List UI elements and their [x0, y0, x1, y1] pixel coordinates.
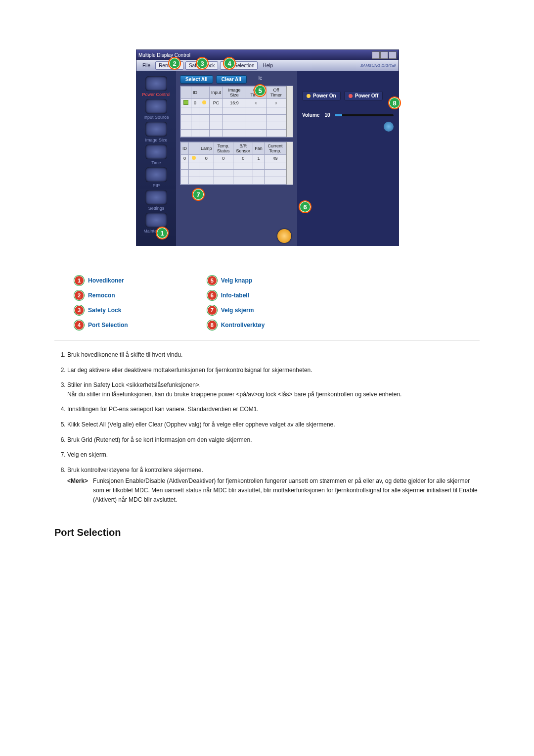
- status-dot-icon: [192, 156, 196, 160]
- callout-1: 1: [156, 227, 169, 239]
- pip-icon[interactable]: [145, 167, 167, 182]
- callout-2: 2: [168, 57, 181, 70]
- power-off-button[interactable]: Power Off: [344, 91, 383, 100]
- select-all-button[interactable]: Select All: [180, 75, 213, 84]
- list-item: Innstillingen for PC-ens serieport kan v…: [67, 405, 480, 414]
- sidebar-item-power[interactable]: Power Control: [136, 92, 176, 97]
- list-item: Stiller inn Safety Lock <sikkerhetslåsef…: [67, 380, 480, 399]
- scrollbar[interactable]: [286, 142, 293, 185]
- list-item: Klikk Select All (Velg alle) eller Clear…: [67, 420, 480, 429]
- menu-file[interactable]: File: [139, 62, 153, 69]
- control-panel: Power On Power Off Volume 10: [297, 71, 399, 246]
- maintenance-icon[interactable]: [145, 213, 167, 228]
- legend-1: Hovedikoner: [88, 277, 124, 284]
- power-off-dot-icon: [349, 94, 353, 98]
- power-on-button[interactable]: Power On: [302, 91, 341, 100]
- brand-text: SAMSUNG DIGITall: [360, 63, 396, 68]
- instruction-list: Bruk hovedikonene til å skifte til hvert…: [54, 350, 480, 504]
- app-window: Multiple Display Control File Remocon Sa…: [136, 49, 399, 246]
- note-block: <Merk> Funksjonen Enable/Disable (Aktive…: [67, 476, 480, 504]
- power-on-dot-icon: [307, 94, 311, 98]
- sidebar-item-imgsize[interactable]: Image Size: [136, 138, 176, 142]
- list-item: Bruk Grid (Rutenett) for å se kort infor…: [67, 435, 480, 445]
- main-panel: Select All Clear All le ID Input Image S…: [176, 71, 297, 246]
- display-grid[interactable]: ID Input Image Size On Timer Off Timer 0: [180, 86, 293, 138]
- info-label: le: [259, 75, 263, 84]
- legend-4: Port Selection: [88, 322, 128, 329]
- callout-3: 3: [196, 57, 209, 70]
- power-control-icon[interactable]: [145, 76, 167, 91]
- callout-5: 5: [254, 84, 267, 97]
- time-icon[interactable]: [145, 144, 167, 159]
- sidebar: Power Control Input Source Image Size Ti…: [136, 71, 176, 246]
- section-heading: Port Selection: [54, 527, 480, 538]
- input-source-icon[interactable]: [145, 99, 167, 114]
- volume-label: Volume: [302, 112, 319, 118]
- speaker-icon: [384, 122, 394, 132]
- volume-value: 10: [324, 112, 330, 118]
- list-item: Lar deg aktivere eller deaktivere mottak…: [67, 366, 480, 375]
- note-body: Funksjonen Enable/Disable (Aktiver/Deakt…: [93, 476, 480, 504]
- sidebar-item-input[interactable]: Input Source: [136, 115, 176, 120]
- settings-icon[interactable]: [145, 190, 167, 205]
- note-label: <Merk>: [67, 476, 88, 504]
- callout-4: 4: [223, 57, 236, 70]
- menu-help[interactable]: Help: [260, 62, 276, 69]
- list-item: Bruk kontrollverktøyene for å kontroller…: [67, 466, 480, 504]
- volume-slider[interactable]: [335, 114, 394, 116]
- legend-6: Info-tabell: [221, 292, 249, 299]
- clear-all-button[interactable]: Clear All: [216, 75, 247, 84]
- window-controls[interactable]: [372, 51, 397, 59]
- table-row[interactable]: 0 0 0 0 1 49: [181, 155, 286, 162]
- callout-6: 6: [299, 200, 312, 213]
- legend: 1Hovedikoner 2Remocon 3Safety Lock 4Port…: [74, 276, 480, 330]
- sidebar-item-settings[interactable]: Settings: [136, 206, 176, 211]
- table-row[interactable]: 0 PC 16:9 ○ ○: [181, 99, 286, 107]
- legend-3: Safety Lock: [88, 307, 121, 314]
- scrollbar[interactable]: [286, 86, 293, 137]
- app-title: Multiple Display Control: [138, 52, 190, 58]
- list-item: Bruk hovedikonene til å skifte til hvert…: [67, 350, 480, 360]
- image-size-icon[interactable]: [145, 122, 167, 137]
- callout-8: 8: [388, 96, 401, 109]
- callout-7: 7: [192, 188, 205, 201]
- legend-7: Velg skjerm: [221, 307, 254, 314]
- legend-5: Velg knapp: [221, 277, 252, 284]
- check-icon[interactable]: [183, 100, 188, 105]
- sidebar-item-time[interactable]: Time: [136, 160, 176, 165]
- alert-icon: [277, 229, 291, 243]
- list-item: Velg en skjerm.: [67, 450, 480, 460]
- legend-2: Remocon: [88, 292, 115, 299]
- sidebar-item-pip[interactable]: PIP: [136, 183, 176, 188]
- status-dot-icon: [202, 100, 206, 104]
- status-grid[interactable]: ID Lamp Temp. Status B/R Sensor Fan Curr…: [180, 142, 293, 185]
- legend-8: Kontrollverktøy: [221, 322, 265, 329]
